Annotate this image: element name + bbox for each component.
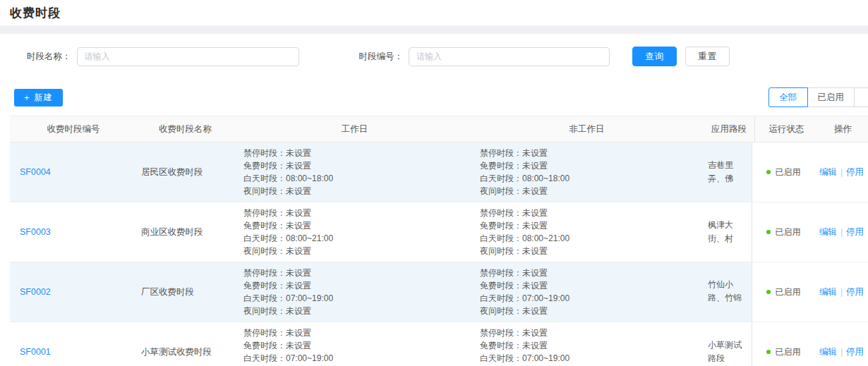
- time-line: 白天时段：08:00~18:00: [243, 172, 466, 185]
- table-row: SF0001 小草测试收费时段 禁停时段：未设置免费时段：未设置白天时段：07:…: [10, 322, 868, 366]
- column-header-status: 运行状态: [755, 116, 812, 142]
- time-line: 白天时段：08:00~21:00: [480, 232, 694, 245]
- nonworkday-times: 禁停时段：未设置免费时段：未设置白天时段：07:00~19:00夜间时段：22:…: [470, 322, 698, 366]
- action-separator: |: [840, 227, 843, 237]
- applied-roads: 吉巷里弄、佛: [708, 159, 747, 185]
- reset-button[interactable]: 重置: [685, 47, 730, 66]
- time-line: 白天时段：08:00~18:00: [480, 172, 694, 185]
- filter-bar: 时段名称： 时段编号： 查询 重置: [0, 34, 868, 79]
- time-line: 夜间时段：未设置: [480, 245, 694, 257]
- action-separator: |: [840, 167, 843, 177]
- workday-times: 禁停时段：未设置免费时段：未设置白天时段：07:00~19:00夜间时段：22:…: [234, 322, 470, 366]
- period-name: 小草测试收费时段: [141, 346, 229, 358]
- time-line: 夜间时段：未设置: [243, 305, 466, 317]
- time-line: 禁停时段：未设置: [480, 327, 694, 339]
- time-line: 免费时段：未设置: [480, 339, 694, 352]
- status-dot-icon: [766, 350, 771, 354]
- status-dot-icon: [766, 290, 771, 294]
- time-line: 白天时段：07:00~19:00: [243, 292, 466, 305]
- time-line: 免费时段：未设置: [480, 219, 694, 232]
- status-dot-icon: [766, 170, 771, 174]
- column-header-actions: 操作: [812, 116, 868, 142]
- time-line: 免费时段：未设置: [243, 339, 466, 352]
- status-label: 已启用: [775, 346, 800, 358]
- plus-icon: +: [24, 92, 30, 103]
- column-header-name: 收费时段名称: [131, 116, 234, 142]
- status-dot-icon: [766, 230, 771, 234]
- time-line: 夜间时段：未设置: [243, 245, 466, 257]
- edit-link[interactable]: 编辑: [819, 286, 837, 298]
- table-header-row: 收费时段编号 收费时段名称 工作日 非工作日 应用路段 运行状态 操作: [10, 116, 868, 142]
- table-toolbar: + 新建 全部 已启用: [0, 79, 868, 116]
- table-row: SF0003 商业区收费时段 禁停时段：未设置免费时段：未设置白天时段：08:0…: [10, 202, 868, 262]
- time-line: 禁停时段：未设置: [243, 327, 466, 339]
- tab-all[interactable]: 全部: [768, 87, 808, 107]
- applied-roads: 小草测试路段: [708, 338, 747, 365]
- nonworkday-times: 禁停时段：未设置免费时段：未设置白天时段：08:00~21:00夜间时段：未设置: [470, 202, 698, 262]
- time-line: 白天时段：07:00~19:00: [243, 352, 466, 365]
- create-button[interactable]: + 新建: [14, 89, 63, 106]
- edit-link[interactable]: 编辑: [819, 166, 837, 178]
- nonworkday-times: 禁停时段：未设置免费时段：未设置白天时段：08:00~18:00夜间时段：未设置: [470, 142, 698, 202]
- column-header-workday: 工作日: [234, 116, 470, 142]
- search-button[interactable]: 查询: [632, 47, 677, 66]
- tab-clipped[interactable]: [854, 87, 868, 107]
- time-line: 禁停时段：未设置: [480, 147, 694, 159]
- nonworkday-times: 禁停时段：未设置免费时段：未设置白天时段：07:00~19:00夜间时段：未设置: [470, 262, 698, 322]
- disable-link[interactable]: 停用: [846, 286, 864, 298]
- create-button-label: 新建: [35, 92, 53, 104]
- time-line: 白天时段：07:00~19:00: [480, 292, 694, 305]
- edit-link[interactable]: 编辑: [819, 226, 837, 238]
- period-code-link[interactable]: SF0001: [20, 347, 127, 357]
- disable-link[interactable]: 停用: [846, 346, 864, 358]
- period-code-link[interactable]: SF0004: [20, 167, 127, 177]
- disable-link[interactable]: 停用: [846, 166, 864, 178]
- action-separator: |: [840, 347, 843, 357]
- applied-roads: 枫津大街、村: [708, 219, 747, 245]
- applied-roads: 竹仙小路、竹锦路、菜山路: [708, 278, 747, 306]
- periods-table: 收费时段编号 收费时段名称 工作日 非工作日 应用路段 运行状态 操作 SF00…: [10, 116, 868, 366]
- time-line: 夜间时段：未设置: [243, 185, 466, 197]
- tab-enabled[interactable]: 已启用: [807, 87, 855, 107]
- page-title: 收费时段: [10, 5, 61, 21]
- period-code-link[interactable]: SF0002: [20, 287, 127, 297]
- time-line: 禁停时段：未设置: [243, 207, 466, 219]
- column-header-nonworkday: 非工作日: [470, 116, 698, 142]
- code-field-label: 时段编号：: [359, 51, 404, 63]
- name-field-label: 时段名称：: [27, 51, 71, 63]
- column-header-code: 收费时段编号: [10, 116, 131, 142]
- time-line: 夜间时段：未设置: [480, 305, 694, 317]
- disable-link[interactable]: 停用: [846, 226, 864, 238]
- period-code-link[interactable]: SF0003: [20, 227, 127, 237]
- table-body: SF0004 居民区收费时段 禁停时段：未设置免费时段：未设置白天时段：08:0…: [10, 142, 868, 366]
- period-name: 商业区收费时段: [141, 226, 229, 238]
- page-header: 收费时段: [0, 0, 868, 25]
- table-row: SF0002 厂区收费时段 禁停时段：未设置免费时段：未设置白天时段：07:00…: [10, 262, 868, 322]
- status-filter-tabs: 全部 已启用: [768, 87, 868, 107]
- workday-times: 禁停时段：未设置免费时段：未设置白天时段：08:00~21:00夜间时段：未设置: [234, 202, 470, 262]
- workday-times: 禁停时段：未设置免费时段：未设置白天时段：08:00~18:00夜间时段：未设置: [234, 142, 470, 202]
- period-name: 厂区收费时段: [141, 286, 229, 298]
- time-line: 免费时段：未设置: [243, 219, 466, 232]
- time-line: 禁停时段：未设置: [480, 207, 694, 219]
- time-line: 免费时段：未设置: [243, 279, 466, 292]
- period-name: 居民区收费时段: [141, 166, 229, 178]
- status-label: 已启用: [775, 226, 800, 238]
- time-line: 免费时段：未设置: [480, 159, 694, 172]
- time-line: 免费时段：未设置: [243, 159, 466, 172]
- period-code-input[interactable]: [409, 47, 610, 66]
- status-label: 已启用: [775, 166, 800, 178]
- period-name-input[interactable]: [77, 47, 299, 66]
- status-label: 已启用: [775, 286, 800, 298]
- column-header-roads: 应用路段: [698, 116, 754, 142]
- time-line: 免费时段：未设置: [480, 279, 694, 292]
- table-row: SF0004 居民区收费时段 禁停时段：未设置免费时段：未设置白天时段：08:0…: [10, 142, 868, 202]
- action-separator: |: [840, 287, 843, 297]
- time-line: 白天时段：08:00~21:00: [243, 232, 466, 245]
- time-line: 禁停时段：未设置: [480, 267, 694, 279]
- edit-link[interactable]: 编辑: [819, 346, 837, 358]
- section-divider: [0, 25, 868, 34]
- time-line: 夜间时段：未设置: [480, 185, 694, 197]
- time-line: 禁停时段：未设置: [243, 147, 466, 159]
- time-line: 禁停时段：未设置: [243, 267, 466, 279]
